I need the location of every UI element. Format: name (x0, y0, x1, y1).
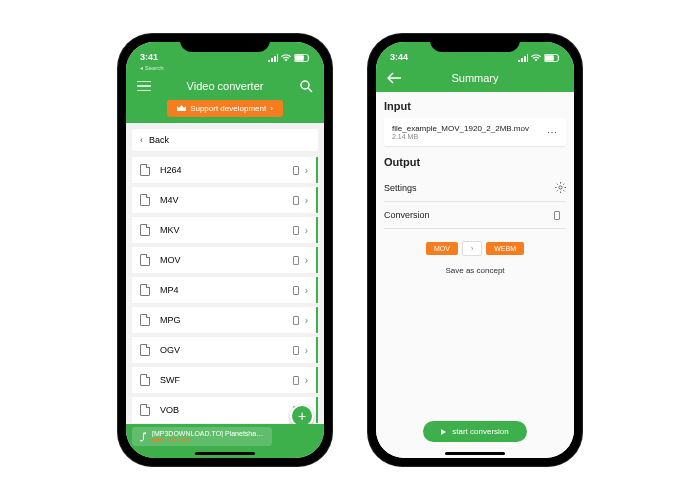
format-conversion-display: MOV › WEBM (384, 241, 566, 256)
screen-right: 3:44 Summary Input file_example_MOV_1920… (376, 42, 574, 458)
app-header: Summary (376, 64, 574, 92)
format-from-chip: MOV (426, 242, 458, 255)
device-icon (293, 286, 299, 295)
device-icon (293, 166, 299, 175)
format-label: VOB (160, 405, 293, 415)
svg-rect-1 (295, 55, 304, 60)
svg-point-3 (301, 81, 309, 89)
music-note-icon (138, 432, 146, 442)
output-section-title: Output (384, 156, 566, 168)
file-icon (140, 164, 150, 176)
svg-rect-5 (545, 55, 554, 60)
support-development-button[interactable]: Support development › (167, 100, 283, 117)
header-title: Video converter (126, 80, 324, 92)
format-row-mpg[interactable]: MPG› (132, 307, 318, 333)
format-to-chip: WEBM (486, 242, 524, 255)
svg-point-7 (559, 186, 562, 189)
format-label: MPG (160, 315, 293, 325)
header-title: Summary (376, 72, 574, 84)
search-button[interactable] (298, 78, 314, 94)
svg-rect-2 (308, 56, 309, 60)
device-icon (554, 211, 560, 220)
device-icon (293, 256, 299, 265)
app-header: Video converter (126, 72, 324, 100)
status-right (268, 54, 310, 62)
file-tag: MP3 (152, 437, 164, 443)
format-label: MP4 (160, 285, 293, 295)
chevron-right-icon: › (305, 195, 308, 206)
format-label: MOV (160, 255, 293, 265)
arrow-right-icon: › (462, 241, 482, 256)
file-icon (140, 404, 150, 416)
notch (430, 34, 520, 52)
format-row-mp4[interactable]: MP4› (132, 277, 318, 303)
play-icon (441, 429, 446, 435)
format-label: MKV (160, 225, 293, 235)
support-label: Support development (190, 104, 266, 113)
file-icon (140, 284, 150, 296)
back-label: Back (149, 135, 169, 145)
chevron-right-icon: › (305, 225, 308, 236)
svg-rect-6 (558, 56, 559, 60)
input-filename: file_example_MOV_1920_2_2MB.mov (392, 124, 529, 133)
gear-icon (555, 182, 566, 193)
chevron-right-icon: › (305, 285, 308, 296)
settings-row[interactable]: Settings (384, 174, 566, 202)
device-icon (293, 316, 299, 325)
device-icon (293, 346, 299, 355)
format-row-swf[interactable]: SWF› (132, 367, 318, 393)
format-list-container: ‹ Back H264›M4V›MKV›MOV›MP4›MPG›OGV›SWF›… (126, 123, 324, 424)
format-row-m4v[interactable]: M4V› (132, 187, 318, 213)
chevron-right-icon: › (270, 104, 273, 113)
format-row-h264[interactable]: H264› (132, 157, 318, 183)
format-label: SWF (160, 375, 293, 385)
status-right (518, 54, 560, 62)
notch (180, 34, 270, 52)
format-row-mkv[interactable]: MKV› (132, 217, 318, 243)
queued-filename: [MP3DOWNLOAD.TO] Planetshakers… (152, 430, 266, 437)
support-banner: Support development › (126, 100, 324, 123)
file-icon (140, 254, 150, 266)
screen-left: 3:41 ◂ Search Video converter Support d (126, 42, 324, 458)
input-filesize: 2.14 MB (392, 133, 529, 140)
device-icon (293, 226, 299, 235)
format-row-mov[interactable]: MOV› (132, 247, 318, 273)
phone-right: 3:44 Summary Input file_example_MOV_1920… (368, 34, 582, 466)
chevron-right-icon: › (305, 345, 308, 356)
status-time: 3:44 (390, 52, 408, 62)
menu-button[interactable] (136, 78, 152, 94)
file-icon (140, 344, 150, 356)
more-options-button[interactable]: ⋯ (547, 127, 558, 138)
format-label: OGV (160, 345, 293, 355)
start-conversion-button[interactable]: start conversion (423, 421, 526, 442)
input-file-card[interactable]: file_example_MOV_1920_2_2MB.mov 2.14 MB … (384, 118, 566, 146)
settings-label: Settings (384, 183, 417, 193)
summary-content: Input file_example_MOV_1920_2_2MB.mov 2.… (376, 92, 574, 458)
status-time: 3:41 (140, 52, 158, 62)
chevron-left-icon: ‹ (140, 135, 143, 145)
format-label: M4V (160, 195, 293, 205)
home-indicator (195, 452, 255, 455)
chevron-right-icon: › (305, 315, 308, 326)
format-list: H264›M4V›MKV›MOV›MP4›MPG›OGV›SWF›VOB› (132, 157, 318, 423)
back-button[interactable] (386, 70, 402, 86)
plus-icon: + (298, 408, 306, 424)
device-icon (293, 196, 299, 205)
bottom-bar: [MP3DOWNLOAD.TO] Planetshakers… MP3 3.28… (126, 424, 324, 458)
home-indicator (445, 452, 505, 455)
device-icon (293, 376, 299, 385)
format-label: H264 (160, 165, 293, 175)
queued-file-card[interactable]: [MP3DOWNLOAD.TO] Planetshakers… MP3 3.28… (132, 427, 272, 446)
file-icon (140, 194, 150, 206)
format-row-ogv[interactable]: OGV› (132, 337, 318, 363)
back-button[interactable]: ‹ Back (132, 129, 318, 151)
file-size: 3.28 MB (168, 437, 190, 443)
chevron-right-icon: › (305, 165, 308, 176)
start-conversion-label: start conversion (452, 427, 508, 436)
phone-left: 3:41 ◂ Search Video converter Support d (118, 34, 332, 466)
status-search-hint: ◂ Search (126, 64, 324, 72)
save-concept-button[interactable]: Save as concept (384, 266, 566, 275)
conversion-row[interactable]: Conversion (384, 202, 566, 229)
input-section-title: Input (384, 100, 566, 112)
chevron-right-icon: › (305, 255, 308, 266)
